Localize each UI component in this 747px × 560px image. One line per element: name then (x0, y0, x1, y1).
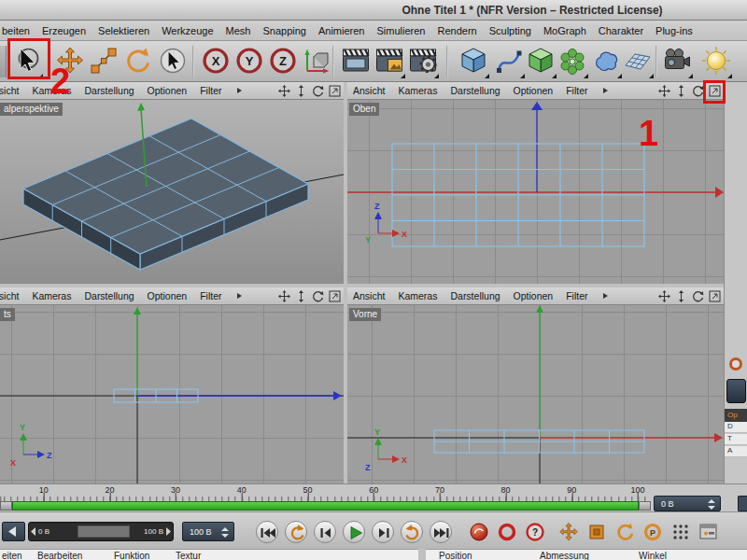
viewport-menu-darstellung[interactable]: Darstellung (84, 85, 134, 96)
menu-charakter[interactable]: Charakter (599, 25, 643, 36)
perspective-canvas[interactable]: alperspektive (0, 100, 344, 284)
menu-werkzeuge[interactable]: Werkzeuge (162, 25, 213, 36)
keyframe-help-icon[interactable]: ? (525, 522, 545, 542)
render-view-icon[interactable] (340, 44, 372, 79)
viewport-menu-optionen[interactable]: Optionen (514, 85, 554, 96)
panel-row[interactable]: D (725, 422, 747, 433)
menu-overflow-icon[interactable] (237, 88, 242, 93)
right-view-canvas[interactable]: Y Z X ts (0, 305, 344, 483)
zoom-view-icon[interactable] (675, 290, 687, 302)
zoom-view-icon[interactable] (295, 290, 307, 302)
lock-y-axis-icon[interactable]: Y (233, 44, 265, 79)
toggle-view-icon[interactable] (329, 85, 341, 97)
rotate-mode-icon[interactable] (729, 357, 742, 371)
panel-fragment-icon[interactable] (726, 379, 746, 403)
next-key-button[interactable] (401, 521, 423, 543)
menu-funktion[interactable]: Funktion (114, 551, 149, 560)
scale-tool-icon[interactable] (88, 44, 120, 79)
timeline-panel-icon[interactable] (698, 522, 719, 542)
panel-row[interactable]: T (725, 434, 747, 445)
plane-object-icon[interactable] (622, 44, 654, 79)
viewport-menu-ansicht[interactable]: Ansicht (0, 290, 19, 301)
previous-frame-button[interactable] (314, 521, 336, 543)
panel-row[interactable]: A (725, 446, 747, 457)
menu-rendern[interactable]: Rendern (437, 25, 476, 36)
menu-snapping[interactable]: Snapping (262, 25, 306, 36)
record-position-icon[interactable] (558, 522, 579, 542)
pan-view-icon[interactable] (658, 290, 670, 302)
camera-object-icon[interactable] (661, 44, 693, 79)
rotate-view-icon[interactable] (692, 290, 704, 302)
viewport-menu-kameras[interactable]: Kameras (32, 290, 71, 301)
top-view-canvas[interactable]: Z X Y Oben (347, 100, 724, 284)
range-handle-right[interactable] (639, 501, 651, 511)
menu-mesh[interactable]: Mesh (226, 25, 251, 36)
duration-spinner[interactable] (221, 527, 229, 538)
menu-plugins[interactable]: Plug-ins (655, 25, 693, 36)
record-keyframe-icon[interactable] (469, 522, 489, 542)
viewport-perspective[interactable]: Ansicht Kameras Darstellung Optionen Fil… (0, 82, 344, 284)
viewport-menu-kameras[interactable]: Kameras (398, 85, 437, 96)
record-parameter-icon[interactable]: P (642, 522, 663, 542)
duration-field[interactable]: 100 B (182, 522, 234, 541)
viewport-menu-filter[interactable]: Filter (566, 290, 587, 301)
toggle-view-icon[interactable] (329, 290, 341, 302)
viewport-front[interactable]: Ansicht Kameras Darstellung Optionen Fil… (347, 287, 724, 483)
menu-animieren[interactable]: Animieren (318, 25, 365, 36)
menu-simulieren[interactable]: Simulieren (377, 25, 426, 36)
subdivision-surface-icon[interactable] (525, 44, 557, 79)
last-used-tool-icon[interactable] (157, 44, 189, 79)
frame-spinner[interactable] (708, 499, 715, 510)
coordinate-system-icon[interactable] (301, 44, 332, 79)
viewport-menu-ansicht[interactable]: Ansicht (0, 85, 19, 96)
viewport-menu-darstellung[interactable]: Darstellung (450, 85, 500, 96)
viewport-menu-ansicht[interactable]: Ansicht (353, 290, 385, 301)
viewport-menu-optionen[interactable]: Optionen (148, 290, 188, 301)
menu-sculpting[interactable]: Sculpting (489, 25, 531, 36)
viewport-menu-filter[interactable]: Filter (566, 85, 587, 96)
menu-mograph[interactable]: MoGraph (543, 25, 586, 36)
render-settings-icon[interactable] (407, 44, 439, 79)
menu-overflow-icon[interactable] (237, 293, 242, 299)
point-level-animation-icon[interactable] (670, 522, 691, 542)
preview-range-slider[interactable]: 0 B 100 B (28, 522, 174, 541)
cube-primitive-icon[interactable] (458, 44, 489, 79)
viewport-right[interactable]: Ansicht Kameras Darstellung Optionen Fil… (0, 287, 344, 483)
light-object-icon[interactable] (700, 44, 732, 79)
range-handle-left[interactable] (0, 501, 12, 511)
lock-x-axis-icon[interactable]: X (200, 44, 232, 79)
viewport-menu-optionen[interactable]: Optionen (514, 290, 554, 301)
menu-fragment[interactable]: eiten (2, 551, 22, 560)
autokey-icon[interactable] (497, 522, 517, 542)
zoom-view-icon[interactable] (295, 85, 307, 97)
menu-bearbeiten[interactable]: beiten (2, 25, 30, 36)
menu-erzeugen[interactable]: Erzeugen (42, 25, 86, 36)
panel-tab-fragment[interactable]: Op (725, 409, 747, 422)
menu-bearbeiten-bottom[interactable]: Bearbeiten (37, 551, 82, 560)
preview-range-bar[interactable] (12, 501, 639, 511)
spline-pen-icon[interactable] (493, 44, 525, 79)
record-scale-icon[interactable] (586, 522, 607, 542)
viewport-menu-ansicht[interactable]: Ansicht (353, 85, 385, 96)
render-picture-viewer-icon[interactable] (374, 44, 405, 79)
rotate-view-icon[interactable] (312, 290, 324, 302)
next-frame-button[interactable] (372, 521, 394, 543)
menu-overflow-icon[interactable] (603, 88, 608, 93)
zoom-view-icon[interactable] (675, 85, 687, 97)
current-frame-field[interactable]: 0 B (654, 496, 721, 511)
metaball-object-icon[interactable] (590, 44, 622, 79)
pan-view-icon[interactable] (278, 290, 290, 302)
viewport-menu-kameras[interactable]: Kameras (398, 290, 437, 301)
lock-z-axis-icon[interactable]: Z (267, 44, 299, 79)
rotate-view-icon[interactable] (312, 85, 324, 97)
pan-view-icon[interactable] (278, 85, 290, 97)
front-view-canvas[interactable]: Y X Z Vorne (347, 305, 724, 483)
record-rotation-icon[interactable] (614, 522, 635, 542)
menu-textur[interactable]: Textur (176, 551, 201, 560)
menu-overflow-icon[interactable] (603, 293, 608, 299)
viewport-menu-darstellung[interactable]: Darstellung (84, 290, 134, 301)
viewport-menu-filter[interactable]: Filter (200, 290, 221, 301)
viewport-menu-filter[interactable]: Filter (200, 85, 221, 96)
range-stepper[interactable] (2, 522, 25, 541)
range-grip[interactable] (78, 525, 130, 538)
